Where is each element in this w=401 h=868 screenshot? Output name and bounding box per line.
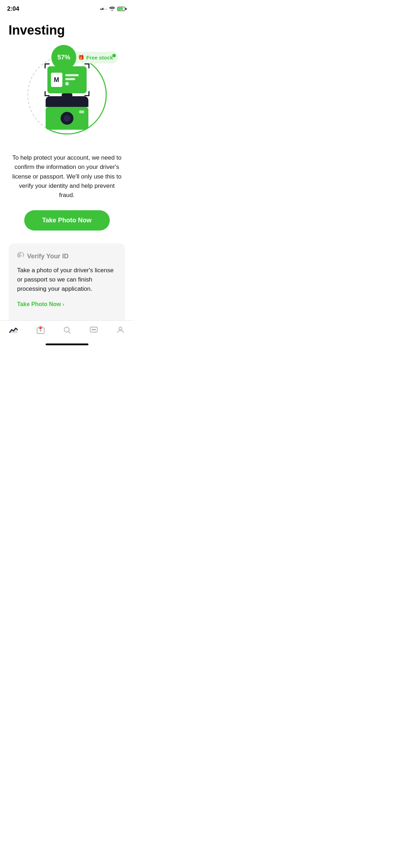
progress-circle: 57%: [51, 45, 76, 70]
investing-chart-icon: [9, 326, 18, 336]
page-title: Investing: [9, 23, 125, 38]
corner-br: [84, 91, 89, 96]
camera-main-body: [46, 107, 88, 130]
free-stock-pill: 🎁 Free stock: [71, 52, 118, 63]
take-photo-button[interactable]: Take Photo Now: [24, 210, 110, 231]
camera-lens: [61, 112, 73, 125]
id-camera-illustration: M: [46, 66, 88, 130]
camera-flash: [79, 110, 84, 113]
fingerprint-icon: [17, 252, 24, 261]
camera-lens-inner: [64, 115, 70, 122]
nav-item-portfolio[interactable]: [32, 324, 49, 338]
camera-wrapper: [46, 96, 88, 130]
id-card-wrapper: M: [47, 66, 87, 93]
bottom-nav: [0, 320, 134, 341]
svg-point-12: [119, 327, 122, 330]
search-icon: [63, 326, 71, 336]
home-indicator: [0, 341, 134, 347]
status-time: 2:04: [7, 5, 19, 12]
battery-icon: ⚡: [117, 7, 127, 11]
home-bar: [46, 343, 88, 345]
nav-item-investing[interactable]: [5, 325, 22, 337]
status-icons: ⚡: [101, 6, 127, 12]
wifi-icon: [109, 6, 115, 12]
nav-item-search[interactable]: [58, 324, 76, 338]
svg-point-9: [92, 329, 93, 330]
chat-icon: [89, 326, 98, 336]
nav-item-chat[interactable]: [85, 324, 102, 338]
verify-id-title: Verify Your ID: [27, 253, 68, 260]
corner-tl: [45, 63, 50, 68]
svg-line-7: [69, 331, 71, 334]
verify-description: Take a photo of your driver's license or…: [17, 266, 117, 294]
progress-badge: 57% 🎁 Free stock: [51, 45, 118, 70]
svg-point-10: [93, 329, 94, 330]
free-stock-dot: [112, 54, 116, 57]
nav-item-profile[interactable]: [112, 324, 129, 338]
notification-dot: [39, 326, 42, 330]
profile-icon: [116, 326, 125, 336]
free-stock-text: Free stock: [86, 55, 113, 61]
bottom-card: Verify Your ID Take a photo of your driv…: [9, 243, 125, 320]
signal-bars-icon: [101, 8, 107, 10]
description-text: To help protect your account, we need to…: [9, 153, 125, 200]
svg-point-6: [64, 327, 69, 332]
verify-id-header: Verify Your ID: [17, 252, 117, 261]
chevron-right-icon: ›: [62, 301, 64, 307]
corner-bl: [45, 91, 50, 96]
status-bar: 2:04 ⚡: [0, 0, 134, 16]
svg-point-11: [95, 329, 96, 330]
camera-notch: [62, 93, 72, 98]
main-content: Investing 57% 🎁 Free stock: [0, 16, 134, 320]
camera-top-body: [46, 96, 88, 107]
progress-section: 57% 🎁 Free stock: [9, 45, 125, 145]
gift-icon: 🎁: [78, 55, 84, 60]
take-photo-link[interactable]: Take Photo Now ›: [17, 301, 117, 308]
